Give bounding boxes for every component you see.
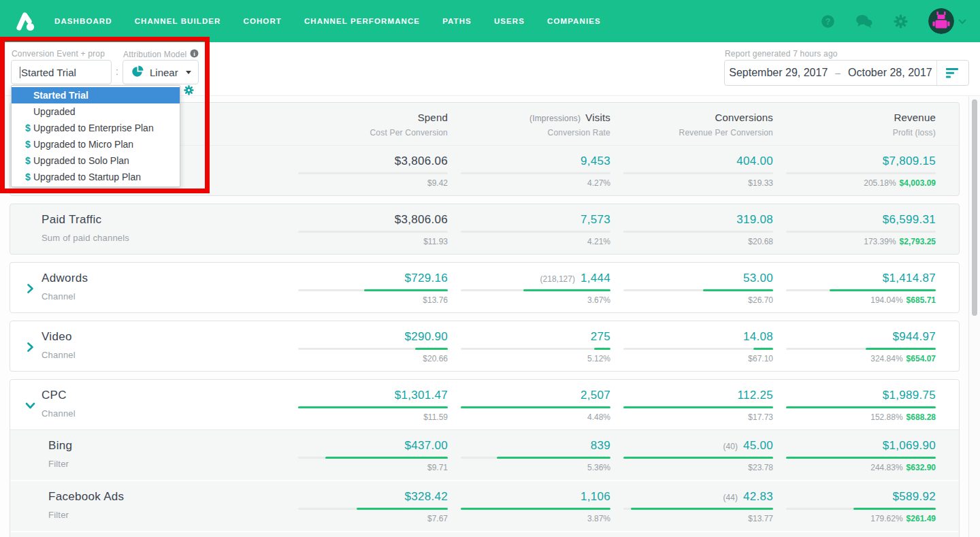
revenue-value[interactable]: $944.97 <box>892 330 936 343</box>
app-logo-icon[interactable] <box>14 10 37 33</box>
row-title[interactable]: Adwords <box>42 272 285 285</box>
visits-value[interactable]: 7,573 <box>581 213 610 226</box>
spend-value[interactable]: $437.00 <box>404 439 448 452</box>
visits-subvalue: 4.21% <box>461 237 610 246</box>
cell-spend: $328.42$7.67 <box>285 490 448 523</box>
caret-down-icon <box>186 71 191 74</box>
spend-value[interactable]: $290.90 <box>404 330 448 343</box>
visits-value[interactable]: 2,507 <box>581 389 610 402</box>
row-subtitle: Filter <box>48 459 285 469</box>
conversions-value[interactable]: 14.08 <box>743 330 773 343</box>
value-bar-track <box>461 406 610 408</box>
table-row-cpc: CPCChannel$1,301.47$11.592,5074.48%112.2… <box>10 380 959 429</box>
cell-spend: $3,806.06$11.93 <box>285 213 448 246</box>
col-header-conversions[interactable]: Conversions Revenue Per Conversion <box>610 112 773 137</box>
date-start: September 29, 2017 <box>729 67 828 79</box>
info-icon[interactable]: i <box>190 49 199 60</box>
conversions-value[interactable]: 319.08 <box>736 213 773 226</box>
conversions-subvalue: $13.77 <box>623 514 773 523</box>
spend-value[interactable]: $729.16 <box>404 272 448 284</box>
value-bar-fill <box>830 289 936 291</box>
spend-subvalue: $9.71 <box>298 463 448 472</box>
conversions-value[interactable]: 45.00 <box>743 439 773 452</box>
profit-value: $654.07 <box>906 354 936 363</box>
avatar[interactable] <box>928 8 954 34</box>
profit-value: $632.90 <box>906 463 936 472</box>
conversion-event-input[interactable]: Started Trial <box>11 60 112 84</box>
visits-value[interactable]: 9,453 <box>581 154 610 167</box>
attribution-model-select[interactable]: Linear <box>122 60 199 84</box>
dropdown-item-upgraded-to-startup-plan[interactable]: $Upgraded to Startup Plan <box>12 169 180 185</box>
dropdown-item-started-trial[interactable]: Started Trial <box>12 87 180 103</box>
conversions-value[interactable]: 112.25 <box>737 389 773 402</box>
dropdown-item-upgraded-to-micro-plan[interactable]: $Upgraded to Micro Plan <box>12 136 180 152</box>
spend-subvalue: $20.66 <box>298 354 448 363</box>
gear-icon[interactable] <box>894 14 908 29</box>
conversions-value[interactable]: 404.00 <box>736 154 773 167</box>
cell-revenue: $7,809.15205.18%$4,003.09 <box>773 154 936 188</box>
nav-item-cohort[interactable]: COHORT <box>243 17 281 25</box>
revenue-value[interactable]: $1,989.75 <box>883 389 936 402</box>
cell-visits: 2755.12% <box>448 330 610 363</box>
revenue-value[interactable]: $1,414.87 <box>883 272 936 284</box>
top-nav: DASHBOARDCHANNEL BUILDERCOHORTCHANNEL PE… <box>0 0 980 42</box>
chevron-down-icon[interactable] <box>27 400 34 414</box>
help-icon[interactable]: ? <box>821 14 835 29</box>
conversions-value[interactable]: 42.83 <box>743 490 773 503</box>
revenue-value[interactable]: $589.92 <box>892 490 936 503</box>
card-adwords: AdwordsChannel$729.16$13.76(218,127)1,44… <box>10 262 960 313</box>
visits-subvalue: 5.36% <box>461 463 610 472</box>
filter-sort-icon[interactable] <box>936 61 968 85</box>
visits-value[interactable]: 1,106 <box>581 490 610 503</box>
nav-item-channel-builder[interactable]: CHANNEL BUILDER <box>135 17 221 25</box>
cell-conversions: 404.00$19.33 <box>610 154 773 188</box>
conversions-subvalue: $26.70 <box>623 295 773 305</box>
nav-items: DASHBOARDCHANNEL BUILDERCOHORTCHANNEL PE… <box>54 17 623 25</box>
col-header-spend[interactable]: Spend Cost Per Conversion <box>285 112 448 137</box>
value-bar-fill <box>786 457 936 459</box>
revenue-value[interactable]: $1,069.90 <box>883 439 936 452</box>
value-bar-track <box>461 348 610 350</box>
col-header-revenue[interactable]: Revenue Profit (loss) <box>773 112 936 137</box>
nav-item-channel-performance[interactable]: CHANNEL PERFORMANCE <box>304 17 420 25</box>
row-subtitle: Sum of paid channels <box>42 233 285 243</box>
dropdown-item-upgraded-to-solo-plan[interactable]: $Upgraded to Solo Plan <box>12 152 180 169</box>
row-title[interactable]: Video <box>42 330 285 344</box>
cell-revenue: $944.97324.84%$654.07 <box>773 330 936 363</box>
scrollbar-thumb[interactable] <box>972 99 977 316</box>
text-caret <box>20 67 20 78</box>
value-prefix: (40) <box>723 442 738 451</box>
chevron-right-icon[interactable] <box>27 282 34 297</box>
scrollbar[interactable] <box>968 96 980 537</box>
spend-subvalue: $7.67 <box>298 514 448 523</box>
chevron-down-icon[interactable] <box>958 15 966 27</box>
row-title: Paid Traffic <box>42 213 285 227</box>
revenue-value[interactable]: $6,599.31 <box>883 213 936 226</box>
row-title[interactable]: Bing <box>48 439 285 453</box>
dropdown-item-upgraded[interactable]: Upgraded <box>12 103 180 120</box>
chat-icon[interactable] <box>855 14 873 29</box>
card-cpc: CPCChannel$1,301.47$11.592,5074.48%112.2… <box>10 379 960 537</box>
col-header-visits[interactable]: (Impressions)Visits Conversion Rate <box>448 112 610 137</box>
row-title[interactable]: Facebook Ads <box>48 490 285 504</box>
nav-item-dashboard[interactable]: DASHBOARD <box>54 17 112 25</box>
row-subtitle: Channel <box>42 291 285 302</box>
row-title[interactable]: CPC <box>42 389 285 402</box>
nav-item-paths[interactable]: PATHS <box>442 17 472 25</box>
value-prefix: (44) <box>723 493 738 502</box>
spend-value[interactable]: $1,301.47 <box>395 389 448 402</box>
nav-item-companies[interactable]: COMPANIES <box>547 17 601 25</box>
chevron-right-icon[interactable] <box>27 341 34 356</box>
visits-value[interactable]: 275 <box>591 330 610 343</box>
value-bar-fill <box>415 348 448 350</box>
conversions-value[interactable]: 53.00 <box>743 272 773 284</box>
nav-item-users[interactable]: USERS <box>494 17 525 25</box>
date-separator: – <box>835 67 840 78</box>
visits-value[interactable]: 839 <box>591 439 610 452</box>
spend-value[interactable]: $328.42 <box>404 490 448 503</box>
date-range-picker[interactable]: September 29, 2017 – October 28, 2017 <box>724 60 969 86</box>
dropdown-item-upgraded-to-enterprise-plan[interactable]: $Upgraded to Enterprise Plan <box>12 120 180 136</box>
revenue-value[interactable]: $7,809.15 <box>883 154 936 167</box>
cell-visits: 1,1063.87% <box>448 490 610 523</box>
visits-value[interactable]: 1,444 <box>581 272 610 284</box>
